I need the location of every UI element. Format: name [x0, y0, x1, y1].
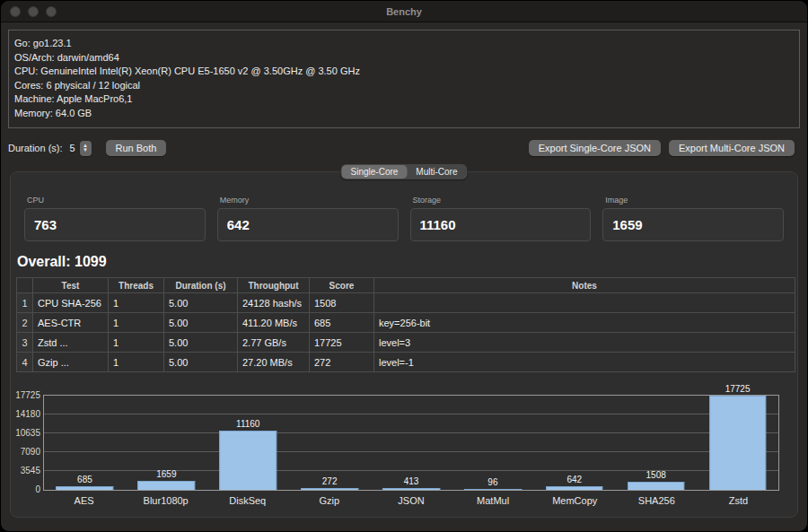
bar-value-label: 17725 [697, 384, 778, 394]
column-header[interactable]: Test [33, 278, 109, 293]
x-category-label: SHA256 [616, 495, 698, 506]
duration-label: Duration (s): [8, 143, 63, 153]
stepper-down-icon[interactable]: ▼ [83, 148, 88, 153]
table-cell: key=256-bit [374, 313, 795, 333]
column-header[interactable] [17, 278, 33, 293]
bar-slot: 1659 [126, 396, 207, 490]
table-cell: level=-1 [374, 353, 795, 372]
bar-value-label: 11160 [207, 419, 289, 429]
row-number-cell: 1 [17, 293, 33, 313]
column-header[interactable]: Throughput [238, 278, 310, 293]
tab-multi-core[interactable]: Multi-Core [407, 165, 466, 179]
bar [57, 486, 114, 490]
bar [709, 396, 767, 490]
column-header[interactable]: Duration (s) [164, 278, 238, 293]
table-cell: 2.77 GB/s [238, 333, 310, 353]
metric-image: Image 1659 [602, 196, 784, 241]
chart-x-axis-labels: AESBlur1080pDiskSeqGzipJSONMatMulMemCopy… [43, 491, 779, 506]
bar-value-label: 413 [371, 476, 452, 486]
metric-box: 1659 [602, 208, 784, 241]
table-cell: 5.00 [164, 353, 238, 372]
table-cell: 17725 [310, 333, 374, 353]
x-category-label: MatMul [452, 495, 534, 506]
table-cell: 24128 hash/s [238, 293, 310, 313]
table-cell: 1 [109, 313, 164, 333]
bar-slot: 685 [44, 396, 126, 490]
chart-y-axis: 035457090106351418017725 [16, 395, 41, 491]
column-header[interactable]: Threads [109, 278, 164, 293]
table-cell: level=3 [374, 333, 795, 353]
table-row[interactable]: 3Zstd ...15.002.77 GB/s17725level=3 [17, 333, 795, 353]
bar-value-label: 685 [44, 475, 126, 484]
metric-box: 642 [217, 208, 399, 241]
table-cell: 5.00 [164, 333, 238, 353]
bar [546, 486, 603, 490]
table-cell: 5.00 [164, 293, 238, 313]
bar-slot: 17725 [697, 396, 778, 490]
bar-value-label: 1508 [615, 470, 697, 480]
bar [382, 488, 440, 490]
export-multi-core-button[interactable]: Export Multi-Core JSON [669, 140, 795, 156]
table-cell: 1 [109, 293, 164, 313]
bar [301, 488, 358, 490]
metric-memory: Memory 642 [217, 196, 399, 241]
metric-label: CPU [27, 196, 206, 205]
bar-slot: 11160 [207, 396, 289, 490]
row-number-cell: 3 [17, 333, 33, 353]
tab-single-core[interactable]: Single-Core [342, 165, 408, 179]
row-number-cell: 2 [17, 313, 33, 333]
column-header[interactable]: Score [310, 278, 374, 293]
metric-box: 763 [24, 208, 206, 241]
table-cell: AES-CTR [33, 313, 109, 333]
metric-value: 1659 [603, 217, 642, 232]
table-row[interactable]: 4Gzip ...15.0027.20 MB/s272level=-1 [17, 353, 795, 372]
x-category-label: AES [43, 495, 125, 506]
table-cell: 1508 [310, 293, 374, 313]
overall-score: Overall: 1099 [17, 254, 797, 270]
bar [138, 481, 196, 490]
table-cell: 685 [310, 313, 374, 333]
x-category-label: Blur1080p [125, 495, 206, 506]
y-tick-label: 0 [16, 484, 40, 495]
bar [628, 482, 685, 490]
duration-input[interactable]: 5 [68, 143, 77, 153]
duration-stepper[interactable]: ▲ ▼ [80, 141, 92, 156]
x-category-label: DiskSeq [206, 495, 288, 506]
run-both-button[interactable]: Run Both [106, 140, 167, 156]
export-single-core-button[interactable]: Export Single-Core JSON [529, 140, 661, 156]
bar-value-label: 642 [533, 475, 615, 484]
bar-value-label: 1659 [126, 469, 207, 479]
metric-cpu: CPU 763 [24, 196, 206, 241]
y-tick-label: 7090 [16, 447, 40, 458]
table-cell: 1 [109, 333, 164, 353]
bar [219, 431, 277, 490]
metric-label: Image [605, 196, 784, 205]
tab-bar: Single-Core Multi-Core [341, 164, 468, 179]
table-cell [374, 293, 795, 313]
table-cell: 27.20 MB/s [238, 353, 310, 372]
title-bar[interactable]: Benchy [1, 1, 807, 22]
system-info-text: Go: go1.23.1 OS/Arch: darwin/amd64 CPU: … [14, 37, 794, 121]
y-tick-label: 10635 [16, 428, 40, 439]
x-category-label: Zstd [698, 495, 779, 506]
table-header-row: TestThreadsDuration (s)ThroughputScoreNo… [17, 278, 795, 293]
benchmark-chart: 035457090106351418017725 685165911160272… [16, 381, 792, 506]
bar-value-label: 272 [289, 476, 371, 486]
bar-value-label: 96 [452, 477, 533, 487]
table-cell: Zstd ... [33, 333, 109, 353]
column-header[interactable]: Notes [374, 278, 795, 293]
system-info-box: Go: go1.23.1 OS/Arch: darwin/amd64 CPU: … [8, 30, 800, 128]
table-row[interactable]: 2AES-CTR15.00411.20 MB/s685key=256-bit [17, 313, 795, 333]
y-tick-label: 14180 [16, 409, 40, 420]
bar-slot: 96 [452, 396, 533, 490]
x-category-label: JSON [370, 495, 452, 506]
table-row[interactable]: 1CPU SHA-25615.0024128 hash/s1508 [17, 293, 795, 313]
bar-slot: 642 [533, 396, 615, 490]
window-title: Benchy [1, 6, 807, 17]
export-buttons: Export Single-Core JSON Export Multi-Cor… [529, 140, 795, 156]
bar-slot: 1508 [615, 396, 697, 490]
x-category-label: Gzip [288, 495, 370, 506]
chart-plot-area: 68516591116027241396642150817725 [43, 395, 779, 491]
metric-value: 11160 [411, 217, 456, 232]
tab-view-panel: Single-Core Multi-Core CPU 763 Memory 64… [10, 171, 798, 518]
